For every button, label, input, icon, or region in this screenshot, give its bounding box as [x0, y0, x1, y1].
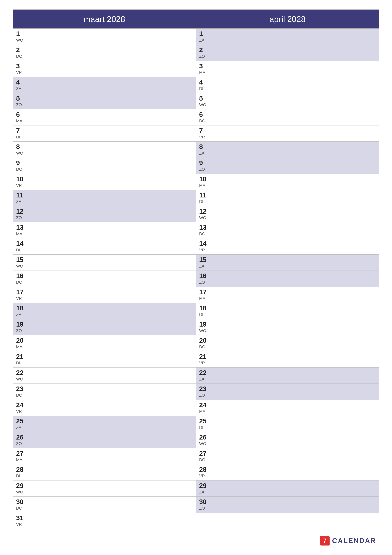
day-cell: 21DI [13, 351, 196, 367]
day-number: 17 [199, 289, 376, 295]
day-name: DI [199, 312, 376, 317]
day-cell: 31VR [13, 513, 196, 529]
day-cell: 8ZA [196, 141, 379, 158]
day-name: MA [16, 344, 192, 349]
day-cell: 4DI [196, 77, 379, 93]
day-cell: 22WO [13, 367, 196, 384]
day-cell: 23ZO [196, 384, 379, 400]
day-name: ZO [16, 102, 192, 107]
day-cell: 6MA [13, 109, 196, 125]
day-name: DO [199, 118, 376, 124]
day-name: ZA [199, 38, 376, 43]
day-number: 12 [199, 208, 376, 215]
day-name: MA [16, 457, 192, 462]
day-cell: 18DI [196, 303, 379, 319]
day-cell: 5WO [196, 93, 379, 109]
day-name: ZA [16, 425, 192, 430]
day-number: 27 [199, 450, 376, 457]
day-name: MA [199, 70, 376, 75]
day-number: 4 [199, 79, 376, 86]
day-cell: 24MA [196, 400, 379, 416]
day-number: 9 [199, 160, 376, 166]
day-number: 6 [16, 111, 192, 118]
day-name: WO [199, 328, 376, 333]
calendar-grid: maart 2028april 20281WO1ZA2DO2ZO3VR3MA4Z… [13, 9, 379, 529]
day-name: ZA [16, 312, 192, 317]
day-number: 12 [16, 208, 192, 215]
day-cell: 14VR [196, 238, 379, 254]
day-cell: 24VR [13, 400, 196, 416]
day-name: DI [16, 474, 192, 478]
day-cell: 28VR [196, 464, 379, 480]
day-number: 27 [16, 450, 192, 457]
day-cell: 3VR [13, 61, 196, 77]
day-number: 16 [199, 273, 376, 279]
day-cell: 26ZO [13, 432, 196, 448]
day-cell: 15WO [13, 254, 196, 270]
day-cell: 15ZA [196, 254, 379, 270]
day-cell: 6DO [196, 109, 379, 125]
day-number: 23 [16, 386, 192, 392]
day-number: 18 [199, 305, 376, 312]
day-name: ZO [199, 393, 376, 398]
day-cell: 11ZA [13, 190, 196, 206]
day-cell: 25ZA [13, 416, 196, 432]
day-number: 3 [199, 63, 376, 69]
day-number: 20 [199, 337, 376, 344]
day-number: 23 [199, 386, 376, 392]
day-name: ZA [16, 86, 192, 91]
day-name: DI [16, 135, 192, 139]
day-number: 21 [199, 353, 376, 360]
day-number: 17 [16, 289, 192, 295]
day-cell: 14DI [13, 238, 196, 254]
day-cell: 21VR [196, 351, 379, 367]
day-name: VR [16, 183, 192, 188]
day-cell: 23DO [13, 384, 196, 400]
day-name: ZA [199, 151, 376, 156]
day-number: 9 [16, 160, 192, 166]
day-name: VR [199, 248, 376, 253]
day-name: WO [199, 441, 376, 446]
day-name: DO [199, 457, 376, 462]
day-name: WO [16, 151, 192, 156]
day-number: 28 [16, 466, 192, 473]
day-cell: 19ZO [13, 319, 196, 335]
day-cell: 9ZO [196, 158, 379, 174]
day-number: 19 [199, 321, 376, 328]
day-number: 1 [199, 30, 376, 37]
page: maart 2028april 20281WO1ZA2DO2ZO3VR3MA4Z… [0, 0, 392, 555]
day-cell: 13MA [13, 222, 196, 238]
day-name: MA [16, 118, 192, 124]
day-cell: 10MA [196, 174, 379, 190]
day-number: 26 [199, 434, 376, 441]
day-cell: 26WO [196, 432, 379, 448]
brand-label: CALENDAR [332, 537, 376, 545]
day-name: ZA [16, 199, 192, 204]
day-number: 4 [16, 79, 192, 86]
day-cell: 4ZA [13, 77, 196, 93]
day-name: ZO [199, 280, 376, 285]
day-cell: 16DO [13, 270, 196, 287]
day-number: 16 [16, 273, 192, 279]
day-number: 24 [16, 402, 192, 408]
day-name: MA [16, 232, 192, 236]
day-cell: 25DI [196, 416, 379, 432]
day-cell: 16ZO [196, 270, 379, 287]
month-header-april: april 2028 [196, 10, 379, 29]
day-name: VR [199, 361, 376, 365]
day-number: 6 [199, 111, 376, 118]
day-number: 24 [199, 402, 376, 408]
day-number: 21 [16, 353, 192, 360]
day-cell: 8WO [13, 141, 196, 158]
day-cell: 9DO [13, 158, 196, 174]
day-cell: 30ZO [196, 497, 379, 513]
day-number: 19 [16, 321, 192, 328]
day-name: ZO [16, 215, 192, 220]
day-cell: 12ZO [13, 206, 196, 222]
day-cell: 30DO [13, 497, 196, 513]
day-number: 25 [16, 418, 192, 424]
day-number: 2 [16, 47, 192, 53]
day-name: MA [199, 296, 376, 301]
day-name: MA [199, 183, 376, 188]
day-name: ZA [199, 264, 376, 269]
